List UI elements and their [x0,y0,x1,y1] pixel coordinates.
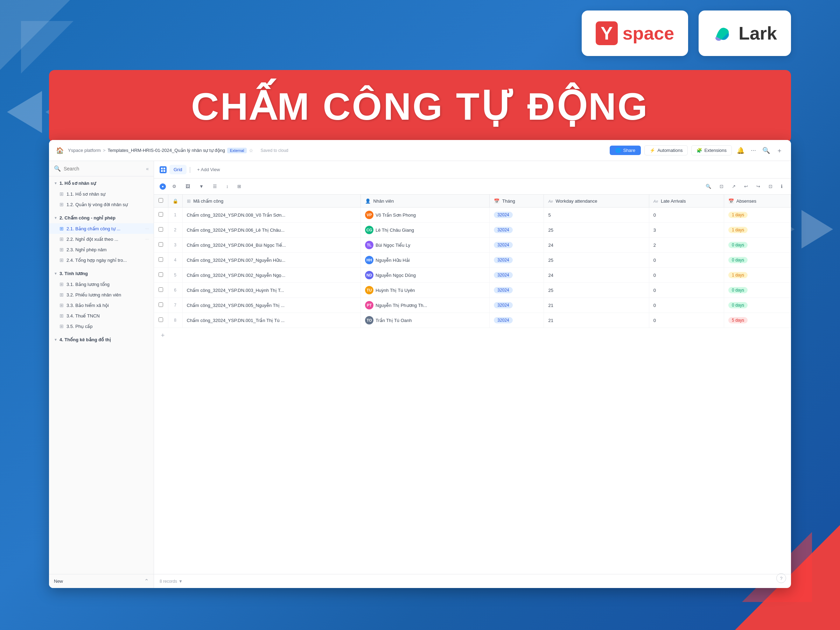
sidebar-group-thong-ke[interactable]: ▼ 4. Thống kê bảng đồ thị [49,334,154,345]
star-icon[interactable]: ☆ [249,148,253,153]
share-button[interactable]: 🌐 Share [610,145,641,155]
row-checkbox-cell[interactable] [154,268,168,283]
main-content: Grid | + Add View ● ⚙ 🖼 ▼ ☰ ↕ ⊞ 🔍 ⊡ ↗ [154,161,791,588]
sidebar-item-more-2-2[interactable]: ··· [145,237,149,242]
row-checkbox[interactable] [159,257,163,262]
topbar: 🏠 Yspace platform > Templates_HRM-HRIS-0… [49,140,791,161]
sidebar-group-ho-so[interactable]: ▼ 1. Hồ sơ nhân sự [49,178,154,189]
col-label-thang: Tháng [502,199,515,204]
sidebar-item-3-2[interactable]: ⊞ 3.2. Phiếu lương nhân viên [49,289,154,300]
col-header-late[interactable]: Ae Late Arrivals [649,194,724,208]
sidebar-item-3-5[interactable]: ⊞ 3.5. Phụ cấp [49,321,154,332]
select-all-checkbox[interactable] [159,198,163,203]
row-month: 32024 [489,253,544,268]
filter-btn-main[interactable]: ▼ [196,182,207,190]
row-workday: 24 [544,268,649,283]
row-checkbox[interactable] [159,212,163,217]
grid-view-tab[interactable]: Grid [169,165,186,174]
more-filter-btn[interactable]: ⊡ [766,182,775,190]
row-checkbox-cell[interactable] [154,298,168,313]
group-btn[interactable]: ☰ [210,182,220,190]
absenses-badge: 0 days [728,302,748,308]
row-checkbox-cell[interactable] [154,313,168,328]
sidebar-item-3-3[interactable]: ⊞ 3.3. Bảo hiểm xã hội [49,300,154,311]
row-code: Chấm công_32024_YSP.DN.002_Nguyễn Ngọ... [182,268,360,283]
layout-btn[interactable]: ⊞ [235,182,244,190]
new-button[interactable]: New [54,579,63,584]
sidebar-group-cham-cong[interactable]: ▼ 2. Chấm công - nghỉ phép [49,212,154,223]
share-filter-btn[interactable]: ↗ [729,182,739,190]
more-options-button[interactable]: ··· [749,145,757,155]
row-checkbox-cell[interactable] [154,223,168,238]
row-checkbox-cell[interactable] [154,253,168,268]
employee-name: Trần Thị Tú Oanh [376,318,412,323]
deco-arrow-right-mid [802,210,833,248]
row-workday: 21 [544,298,649,313]
row-checkbox[interactable] [159,242,163,247]
row-employee: HH Nguyễn Hữu Hải [360,253,489,268]
extensions-button[interactable]: 🧩 Extensions [691,145,732,155]
main-panel: 🏠 Yspace platform > Templates_HRM-HRIS-0… [49,140,791,588]
sort-btn[interactable]: ↕ [223,182,231,190]
search-button[interactable]: 🔍 [761,145,771,156]
sidebar-item-3-4[interactable]: ⊞ 3.4. Thuế TNCN [49,311,154,321]
col-header-ma-cham-cong[interactable]: ⊞ Mã chấm công [182,194,360,208]
add-view-button[interactable]: + Add View [194,165,223,174]
redo-btn[interactable]: ↪ [753,182,763,190]
row-selector-dot[interactable]: ● [159,183,166,190]
row-checkbox[interactable] [159,227,163,232]
help-icon[interactable]: ? [776,573,786,583]
table-icon-2-2: ⊞ [60,236,64,242]
row-checkbox[interactable] [159,272,163,277]
sidebar-item-more-2-1[interactable]: ··· [145,226,149,231]
row-code: Chấm công_32024_YSP.DN.007_Nguyễn Hữu... [182,253,360,268]
sidebar-item-label-3-5: 3.5. Phụ cấp [66,324,93,329]
breadcrumb-file[interactable]: Templates_HRM-HRIS-01-2024_Quản lý nhân … [108,148,225,153]
notifications-button[interactable]: 🔔 [735,145,746,156]
sidebar-search-input[interactable] [64,166,143,172]
row-checkbox-cell[interactable] [154,238,168,253]
col-checkbox[interactable] [154,194,168,208]
sidebar-item-2-2[interactable]: ⊞ 2.2. Nghỉ đột xuất theo ... ··· [49,234,154,244]
row-checkbox[interactable] [159,317,163,322]
row-checkbox-cell[interactable] [154,208,168,223]
col-header-thang[interactable]: 📅 Tháng [489,194,544,208]
row-code: Chấm công_32024_YSP.DN.005_Nguyễn Thị ..… [182,298,360,313]
sidebar-item-2-4[interactable]: ⊞ 2.4. Tổng hợp ngày nghỉ tro... [49,255,154,265]
sidebar-item-2-3[interactable]: ⊞ 2.3. Nghỉ phép năm [49,244,154,255]
settings-filter-btn[interactable]: ⚙ [169,182,179,190]
breadcrumb-root[interactable]: Yspace platform [68,148,101,153]
col-header-nhan-vien[interactable]: 👤 Nhân viên [360,194,489,208]
col-header-absenses[interactable]: 📅 Absenses [724,194,791,208]
row-workday: 21 [544,313,649,328]
home-icon[interactable]: 🏠 [56,147,64,154]
employee-avatar: TL [365,241,373,249]
row-checkbox[interactable] [159,287,163,292]
row-checkbox-cell[interactable] [154,283,168,298]
svg-rect-0 [161,167,163,169]
table-row: 4 Chấm công_32024_YSP.DN.007_Nguyễn Hữu.… [154,253,791,268]
add-row-button[interactable]: ＋ [159,331,166,339]
undo-btn[interactable]: ↩ [741,182,751,190]
row-absenses: 1 days [724,268,791,283]
table-container: 🔒 ⊞ Mã chấm công 👤 Nhân viên 📅 [154,194,791,574]
search-filter-btn[interactable]: 🔍 [703,182,714,190]
employee-name: Nguyễn Ngọc Dũng [376,273,416,278]
sidebar-item-2-1[interactable]: ⊞ 2.1. Bảng chấm công tự ... ··· [49,223,154,234]
col-header-workday[interactable]: Ae Workday attendance [544,194,649,208]
add-button[interactable]: ＋ [775,145,784,156]
automations-button[interactable]: ⚡ Automations [644,145,688,155]
sidebar-item-3-1[interactable]: ⊞ 3.1. Bảng lương tổng [49,279,154,289]
sidebar-group-tinh-luong[interactable]: ▼ 3. Tính lương [49,268,154,279]
sidebar-collapse-button[interactable]: « [146,166,149,172]
employee-avatar: ND [365,271,373,279]
info-filter-btn[interactable]: ℹ [778,182,785,190]
row-checkbox[interactable] [159,302,163,307]
duplicate-filter-btn[interactable]: ⊡ [717,182,726,190]
sidebar-item-1-1[interactable]: ⊞ 1.1. Hồ sơ nhân sự [49,189,154,199]
sidebar-bottom-chevron[interactable]: ⌃ [144,578,149,584]
sidebar-item-1-2[interactable]: ⊞ 1.2. Quản lý vòng đời nhân sự [49,199,154,210]
image-filter-btn[interactable]: 🖼 [183,182,193,190]
row-employee: TO Trần Thị Tú Oanh [360,313,489,328]
records-arrow[interactable]: ▼ [178,579,183,584]
